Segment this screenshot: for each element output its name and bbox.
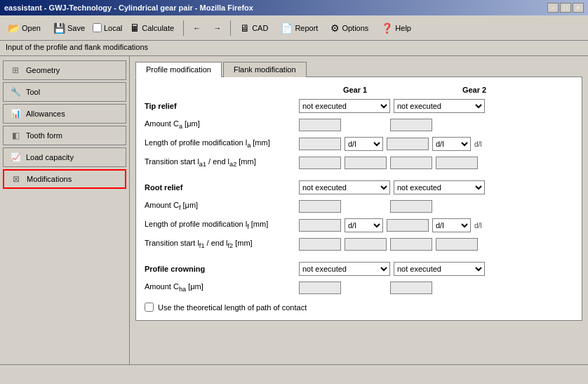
amount-cha-label: Amount Cha [μm] xyxy=(145,282,299,293)
amount-ca-row: Amount Ca [μm] --- --- xyxy=(145,117,573,133)
help-icon: ❓ xyxy=(381,22,393,34)
amount-ca-gear1-input[interactable]: --- xyxy=(299,119,341,131)
sidebar-item-tooth-form[interactable]: ◧ Tooth form xyxy=(3,126,126,145)
open-button[interactable]: 📂 Open xyxy=(3,19,46,37)
trans-a-g1-v1-input[interactable]: --- xyxy=(299,157,341,169)
amount-ca-gear2-input[interactable]: --- xyxy=(390,119,432,131)
length-f-g2-select[interactable]: d/lmm xyxy=(432,218,471,232)
length-a-g2-select[interactable]: d/lmm xyxy=(432,137,471,151)
length-a-g1-v1-input[interactable]: --- xyxy=(299,138,341,150)
local-checkbox-container: Local xyxy=(93,23,122,32)
local-checkbox[interactable] xyxy=(93,23,102,32)
length-f-g2-v1-input[interactable]: --- xyxy=(387,219,429,232)
tab-profile-modification[interactable]: Profile modification xyxy=(135,62,222,77)
length-profile-f-row: Length of profile modification lf [mm] -… xyxy=(145,218,573,233)
length-a-g2-v1-input[interactable]: --- xyxy=(387,138,429,150)
geometry-icon: ⊞ xyxy=(9,64,22,77)
tab-flank-modification[interactable]: Flank modification xyxy=(223,62,307,77)
trans-a-g2-v1-input[interactable]: --- xyxy=(390,157,432,169)
window-title: eassistant - GWJ-Technology - Cylindrica… xyxy=(4,4,253,12)
root-relief-row: Root relief not executed linear arc not … xyxy=(145,180,573,195)
trans-a-g2-v2-input[interactable]: --- xyxy=(436,157,478,169)
save-icon: 💾 xyxy=(53,22,65,34)
path-of-contact-checkbox[interactable] xyxy=(145,303,154,312)
sidebar-item-load-capacity[interactable]: 📈 Load capacity xyxy=(3,147,126,167)
tip-relief-row: Tip relief not executed linear arc not e… xyxy=(145,98,573,114)
options-button[interactable]: ⚙ Options xyxy=(326,19,373,37)
amount-cha-gear2-input[interactable]: --- xyxy=(390,282,432,294)
profile-crowning-gear1-select[interactable]: not executed linear arc xyxy=(299,262,390,276)
tip-relief-gear1-select[interactable]: not executed linear arc xyxy=(299,99,390,113)
main-layout: ⊞ Geometry 🔧 Tool 📊 Allowances ◧ Tooth f… xyxy=(0,56,588,364)
redo-button[interactable]: → xyxy=(208,19,226,37)
cad-icon: 🖥 xyxy=(240,22,250,34)
tooth-icon: ◧ xyxy=(9,129,22,142)
bottom-status xyxy=(0,364,588,384)
length-a-g1-select[interactable]: d/lmm xyxy=(345,137,383,151)
transition-a-controls: --- --- --- --- xyxy=(299,157,478,169)
close-button[interactable]: × xyxy=(573,3,584,13)
gear2-header: Gear 2 xyxy=(418,86,530,94)
amount-cf-gear2-input[interactable]: --- xyxy=(390,200,432,213)
separator2 xyxy=(230,20,231,36)
gear1-header: Gear 1 xyxy=(299,86,411,94)
root-relief-gear2-select[interactable]: not executed linear arc xyxy=(394,180,485,194)
root-relief-gear1-select[interactable]: not executed linear arc xyxy=(299,180,390,194)
trans-a-g1-v2-input[interactable]: --- xyxy=(345,157,387,169)
tab-bar: Profile modification Flank modification xyxy=(135,62,582,77)
length-profile-f-label: Length of profile modification lf [mm] xyxy=(145,220,299,230)
calculate-icon: 🖩 xyxy=(130,22,140,34)
length-profile-a-row: Length of profile modification la [mm] -… xyxy=(145,136,573,152)
amount-cha-gear1-input[interactable]: --- xyxy=(299,282,341,294)
modifications-icon: ⊠ xyxy=(10,173,22,185)
form-panel: Gear 1 Gear 2 Tip relief not executed li… xyxy=(135,77,582,321)
title-bar: eassistant - GWJ-Technology - Cylindrica… xyxy=(0,0,588,15)
sidebar-item-geometry[interactable]: ⊞ Geometry xyxy=(3,60,126,80)
sidebar-item-allowances[interactable]: 📊 Allowances xyxy=(3,104,126,124)
undo-button[interactable]: ← xyxy=(188,19,206,37)
length-a-suffix: d/l xyxy=(474,140,482,148)
trans-f-g1-v1-input[interactable]: --- xyxy=(299,238,341,251)
report-icon: 📄 xyxy=(281,22,293,34)
transition-a-label: Transition start la1 / end la2 [mm] xyxy=(145,157,299,168)
checkbox-label: Use the theoretical length of path of co… xyxy=(158,303,307,312)
transition-f-row: Transition start lf1 / end lf2 [mm] --- … xyxy=(145,237,573,252)
amount-cf-row: Amount Cf [μm] --- --- xyxy=(145,199,573,214)
help-button[interactable]: ❓ Help xyxy=(376,19,416,37)
transition-a-row: Transition start la1 / end la2 [mm] --- … xyxy=(145,155,573,171)
allowances-icon: 📊 xyxy=(9,107,22,120)
amount-cha-controls: --- --- xyxy=(299,282,432,294)
amount-cf-gear1-input[interactable]: --- xyxy=(299,200,341,213)
maximize-button[interactable]: □ xyxy=(560,3,571,13)
status-bar: Input of the profile and flank modificat… xyxy=(0,41,588,56)
checkbox-row: Use the theoretical length of path of co… xyxy=(145,303,573,312)
length-profile-f-controls: --- d/lmm --- d/lmm d/l xyxy=(299,218,482,232)
calculate-button[interactable]: 🖩 Calculate xyxy=(125,19,179,37)
open-icon: 📂 xyxy=(8,22,20,34)
trans-f-g1-v2-input[interactable]: --- xyxy=(345,238,387,251)
window-controls[interactable]: − □ × xyxy=(547,3,584,13)
tip-relief-label: Tip relief xyxy=(145,102,299,110)
amount-ca-label: Amount Ca [μm] xyxy=(145,119,299,130)
cad-button[interactable]: 🖥 CAD xyxy=(235,19,273,37)
length-f-g1-select[interactable]: d/lmm xyxy=(345,218,383,232)
transition-f-controls: --- --- --- --- xyxy=(299,238,478,251)
gear-headers: Gear 1 Gear 2 xyxy=(299,86,573,94)
toolbar: 📂 Open 💾 Save Local 🖩 Calculate ← → 🖥 CA… xyxy=(0,15,588,41)
length-f-g1-v1-input[interactable]: --- xyxy=(299,219,341,232)
length-profile-a-controls: --- d/lmm --- d/lmm d/l xyxy=(299,137,482,151)
amount-cha-row: Amount Cha [μm] --- --- xyxy=(145,280,573,296)
report-button[interactable]: 📄 Report xyxy=(276,19,323,37)
sidebar-item-tool[interactable]: 🔧 Tool xyxy=(3,82,126,102)
options-icon: ⚙ xyxy=(330,22,340,34)
transition-f-label: Transition start lf1 / end lf2 [mm] xyxy=(145,239,299,249)
profile-crowning-label: Profile crowning xyxy=(145,265,299,273)
profile-crowning-gear2-select[interactable]: not executed linear arc xyxy=(394,262,485,276)
trans-f-g2-v1-input[interactable]: --- xyxy=(390,238,432,251)
save-button[interactable]: 💾 Save xyxy=(48,19,90,37)
sidebar-item-modifications[interactable]: ⊠ Modifications xyxy=(3,169,126,189)
separator1 xyxy=(183,20,184,36)
trans-f-g2-v2-input[interactable]: --- xyxy=(436,238,478,251)
tip-relief-gear2-select[interactable]: not executed linear arc xyxy=(394,99,485,113)
minimize-button[interactable]: − xyxy=(547,3,559,13)
